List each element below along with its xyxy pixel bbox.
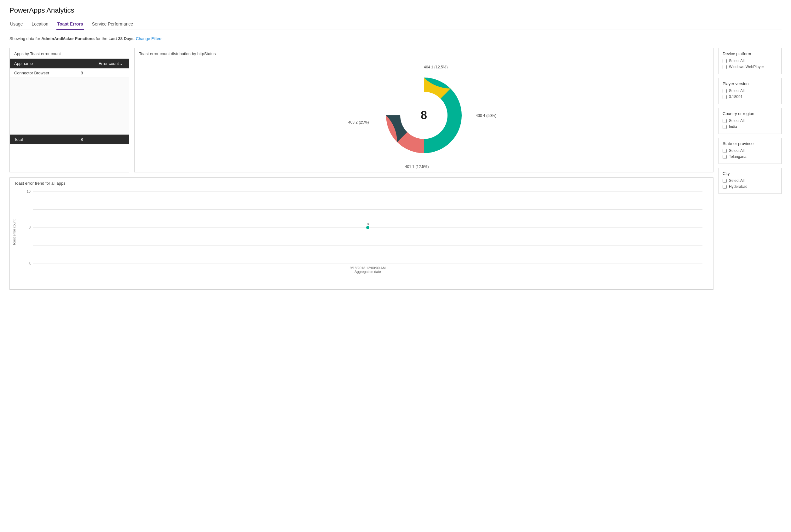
- label-404: 404 1 (12.5%): [424, 65, 447, 69]
- label-pv-all[interactable]: Select All: [729, 89, 744, 93]
- filter-period: Last 28 Days: [109, 36, 134, 41]
- filter-item-sp-all: Select All: [722, 149, 777, 153]
- donut-container: 8 400 4 (50%) 403 2 (25%) 404 1 (12.5%) …: [135, 59, 713, 172]
- checkbox-pv-318091[interactable]: [722, 95, 727, 99]
- sidebar-filters: Device platform Select All Windows-WebPl…: [718, 48, 782, 194]
- trend-title: Toast error trend for all apps: [14, 181, 709, 186]
- filter-player-version: Player version Select All 3.18091: [718, 78, 782, 104]
- label-cr-india[interactable]: India: [729, 125, 737, 129]
- app-title: PowerApps Analytics: [9, 6, 782, 15]
- filter-item-city-hyd: Hyderabad: [722, 184, 777, 189]
- trend-svg: 10 8 6 8: [33, 191, 702, 264]
- checkbox-cr-all[interactable]: [722, 119, 727, 123]
- label-400: 400 4 (50%): [476, 113, 496, 118]
- data-point: [366, 226, 369, 229]
- filter-device-platform: Device platform Select All Windows-WebPl…: [718, 48, 782, 74]
- label-city-hyd[interactable]: Hyderabad: [729, 184, 748, 189]
- content-area: Apps by Toast error count App name Error…: [9, 48, 713, 290]
- apps-panel: Apps by Toast error count App name Error…: [9, 48, 129, 172]
- checkbox-dp-wwp[interactable]: [722, 65, 727, 69]
- checkbox-city-hyd[interactable]: [722, 185, 727, 189]
- x-point-label: 9/18/2018 12:00:00 AM: [350, 266, 386, 270]
- main-layout: Apps by Toast error count App name Error…: [9, 48, 782, 290]
- trend-chart-wrapper: Toast error count 10 8 6: [14, 188, 709, 286]
- nav-tabs: Usage Location Toast Errors Service Perf…: [9, 19, 782, 30]
- tab-toast-errors[interactable]: Toast Errors: [56, 19, 83, 30]
- label-401: 401 1 (12.5%): [405, 165, 429, 169]
- checkbox-sp-tel[interactable]: [722, 155, 727, 159]
- total-label: Total: [10, 135, 76, 145]
- filter-item-dp-all: Select All: [722, 59, 777, 63]
- filter-item-cr-india: India: [722, 125, 777, 129]
- filter-item-pv-all: Select All: [722, 89, 777, 93]
- filter-item-pv-ver: 3.18091: [722, 95, 777, 99]
- total-value: 8: [76, 135, 129, 145]
- label-sp-all[interactable]: Select All: [729, 149, 744, 153]
- checkbox-cr-india[interactable]: [722, 125, 727, 129]
- apps-table: App name Error count Connector Browser 8: [10, 59, 129, 144]
- error-count-cell: 8: [76, 69, 129, 78]
- tab-service-performance[interactable]: Service Performance: [91, 19, 134, 30]
- filter-country-region: Country or region Select All India: [718, 108, 782, 134]
- svg-text:6: 6: [29, 262, 31, 266]
- filter-state-province-title: State or province: [722, 141, 777, 146]
- filter-state-province: State or province Select All Telangana: [718, 138, 782, 164]
- table-row: Connector Browser 8: [10, 69, 129, 78]
- checkbox-pv-all[interactable]: [722, 89, 727, 93]
- trend-panel: Toast error trend for all apps Toast err…: [9, 177, 713, 290]
- filter-item-city-all: Select All: [722, 178, 777, 183]
- app-name-cell: Connector Browser: [10, 69, 76, 78]
- donut-center-value: 8: [421, 109, 427, 122]
- filter-item-cr-all: Select All: [722, 118, 777, 123]
- x-axis-label: Aggregation date: [33, 270, 702, 273]
- change-filters-link[interactable]: Change Filters: [136, 36, 162, 41]
- label-pv-318091[interactable]: 3.18091: [729, 95, 742, 99]
- filter-item-sp-tel: Telangana: [722, 154, 777, 159]
- svg-text:10: 10: [27, 189, 31, 193]
- label-cr-all[interactable]: Select All: [729, 118, 744, 123]
- filter-city: City Select All Hyderabad: [718, 168, 782, 194]
- label-city-all[interactable]: Select All: [729, 178, 744, 183]
- filter-city-title: City: [722, 171, 777, 176]
- y-axis-label: Toast error count: [12, 233, 16, 246]
- donut-chart: 8 400 4 (50%) 403 2 (25%) 404 1 (12.5%) …: [377, 68, 471, 163]
- tab-usage[interactable]: Usage: [9, 19, 23, 30]
- apps-panel-title: Apps by Toast error count: [10, 48, 129, 59]
- col-app-name: App name: [10, 59, 76, 69]
- filter-info: Showing data for AdminAndMaker Functions…: [9, 36, 782, 41]
- filter-app-name: AdminAndMaker Functions: [41, 36, 95, 41]
- checkbox-city-all[interactable]: [722, 179, 727, 183]
- svg-text:8: 8: [367, 222, 369, 226]
- donut-panel-title: Toast error count distribution by httpSt…: [135, 48, 713, 59]
- spacer-row: [10, 78, 129, 135]
- tab-location[interactable]: Location: [31, 19, 49, 30]
- label-sp-tel[interactable]: Telangana: [729, 154, 746, 159]
- top-panels: Apps by Toast error count App name Error…: [9, 48, 713, 172]
- donut-panel: Toast error count distribution by httpSt…: [134, 48, 713, 172]
- filter-player-version-title: Player version: [722, 81, 777, 86]
- svg-text:8: 8: [29, 225, 31, 229]
- label-403: 403 2 (25%): [348, 120, 369, 125]
- label-dp-wwp[interactable]: Windows-WebPlayer: [729, 64, 764, 69]
- checkbox-dp-all[interactable]: [722, 59, 727, 63]
- col-error-count[interactable]: Error count: [76, 59, 129, 69]
- x-axis-value: 9/18/2018 12:00:00 AM: [33, 266, 702, 270]
- filter-item-dp-wwp: Windows-WebPlayer: [722, 64, 777, 69]
- filter-country-region-title: Country or region: [722, 111, 777, 116]
- checkbox-sp-all[interactable]: [722, 149, 727, 153]
- page-container: PowerApps Analytics Usage Location Toast…: [0, 0, 791, 296]
- filter-device-platform-title: Device platform: [722, 51, 777, 56]
- label-dp-all[interactable]: Select All: [729, 59, 744, 63]
